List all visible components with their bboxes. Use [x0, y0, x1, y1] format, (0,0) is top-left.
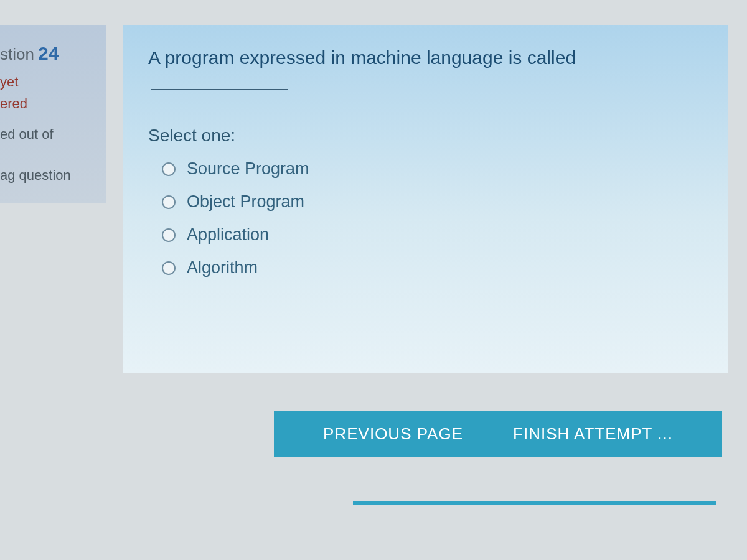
option-label: Algorithm — [187, 258, 258, 278]
question-info-panel: stion 24 yet ered ed out of ag question — [0, 25, 106, 203]
divider-line — [353, 501, 716, 505]
flag-question-link[interactable]: ag question — [0, 164, 100, 186]
radio-icon — [162, 195, 176, 209]
option-object-program[interactable]: Object Program — [162, 192, 703, 212]
option-label: Object Program — [187, 192, 304, 212]
select-one-label: Select one: — [148, 126, 703, 146]
question-number: 24 — [38, 43, 59, 63]
finish-attempt-button[interactable]: FINISH ATTEMPT ... — [513, 424, 673, 444]
question-text: A program expressed in machine language … — [148, 45, 703, 97]
question-label: stion — [0, 45, 34, 63]
answer-blank — [151, 79, 288, 90]
radio-icon — [162, 162, 176, 176]
marks-label: ed out of — [0, 123, 100, 145]
radio-icon — [162, 228, 176, 242]
option-label: Source Program — [187, 159, 309, 179]
question-stem: A program expressed in machine language … — [148, 47, 576, 68]
previous-page-button[interactable]: PREVIOUS PAGE — [323, 424, 463, 444]
option-label: Application — [187, 225, 269, 245]
radio-icon — [162, 261, 176, 275]
question-card: A program expressed in machine language … — [123, 25, 728, 373]
option-source-program[interactable]: Source Program — [162, 159, 703, 179]
answer-status-line2: ered — [0, 93, 100, 114]
navigation-bar: PREVIOUS PAGE FINISH ATTEMPT ... — [274, 411, 722, 457]
options-group: Source Program Object Program Applicatio… — [148, 159, 703, 278]
answer-status-line1: yet — [0, 71, 100, 93]
option-algorithm[interactable]: Algorithm — [162, 258, 703, 278]
option-application[interactable]: Application — [162, 225, 703, 245]
